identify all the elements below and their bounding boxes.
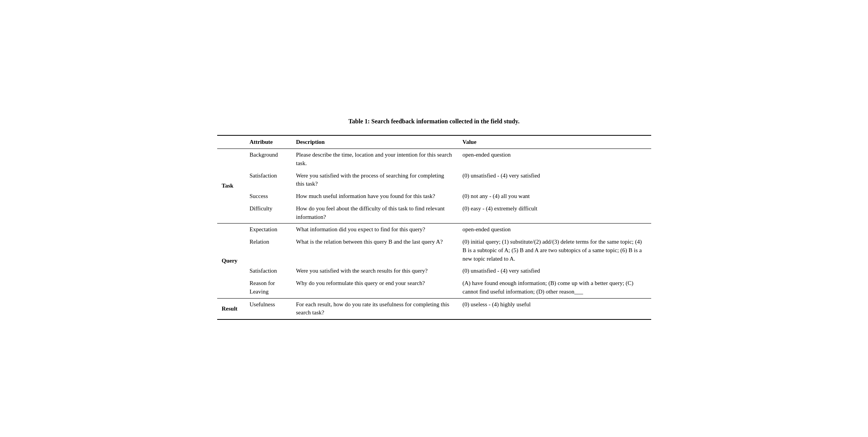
table-row: ResultUsefulnessFor each result, how do … [217,298,651,319]
section-category: Query [217,224,245,298]
row-description: Were you satisfied with the search resul… [292,265,458,277]
row-description: Why do you reformulate this query or end… [292,277,458,298]
row-attribute: Background [245,149,292,170]
row-description: How do you feel about the difficulty of … [292,203,458,224]
table-row: TaskBackgroundPlease describe the time, … [217,149,651,170]
main-table: Attribute Description Value TaskBackgrou… [217,135,651,320]
row-value: open-ended question [458,224,651,236]
header-category [217,135,245,149]
row-attribute: Success [245,190,292,203]
row-description: What information did you expect to find … [292,224,458,236]
row-value: (A) have found enough information; (B) c… [458,277,651,298]
row-attribute: Difficulty [245,203,292,224]
table-row: SuccessHow much useful information have … [217,190,651,203]
table-header-row: Attribute Description Value [217,135,651,149]
row-attribute: Expectation [245,224,292,236]
table-row: SatisfactionWere you satisfied with the … [217,265,651,277]
row-attribute: Satisfaction [245,170,292,191]
row-value: (0) useless - (4) highly useful [458,298,651,319]
row-description: For each result, how do you rate its use… [292,298,458,319]
row-description: How much useful information have you fou… [292,190,458,203]
row-value: (0) not any - (4) all you want [458,190,651,203]
page-container: Table 1: Search feedback information col… [217,117,651,320]
row-value: (0) unsatisfied - (4) very satisfied [458,265,651,277]
row-description: What is the relation between this query … [292,236,458,265]
table-row: QueryExpectationWhat information did you… [217,224,651,236]
row-value: (0) easy - (4) extremely difficult [458,203,651,224]
section-category: Result [217,298,245,319]
table-row: SatisfactionWere you satisfied with the … [217,170,651,191]
header-description: Description [292,135,458,149]
row-value: open-ended question [458,149,651,170]
row-attribute: Reason for Leaving [245,277,292,298]
table-row: Reason for LeavingWhy do you reformulate… [217,277,651,298]
row-attribute: Usefulness [245,298,292,319]
header-value: Value [458,135,651,149]
row-attribute: Relation [245,236,292,265]
header-attribute: Attribute [245,135,292,149]
row-value: (0) unsatisfied - (4) very satisfied [458,170,651,191]
section-category: Task [217,149,245,224]
table-title: Table 1: Search feedback information col… [217,117,651,126]
row-attribute: Satisfaction [245,265,292,277]
row-value: (0) initial query; (1) substitute/(2) ad… [458,236,651,265]
table-row: RelationWhat is the relation between thi… [217,236,651,265]
row-description: Please describe the time, location and y… [292,149,458,170]
row-description: Were you satisfied with the process of s… [292,170,458,191]
table-row: DifficultyHow do you feel about the diff… [217,203,651,224]
